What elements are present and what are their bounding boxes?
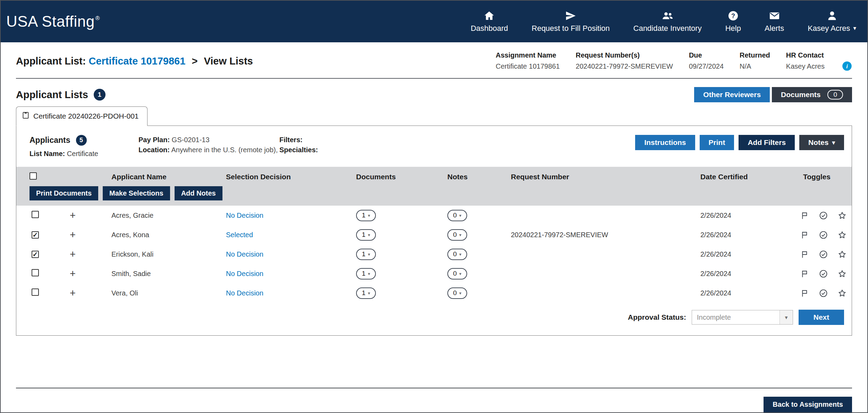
- documents-count: 1: [362, 270, 365, 277]
- star-toggle-icon[interactable]: [838, 231, 846, 239]
- check-circle-toggle-icon[interactable]: [819, 250, 828, 259]
- instructions-button[interactable]: Instructions: [635, 135, 695, 150]
- notes-dropdown[interactable]: 0 ▾: [447, 210, 467, 221]
- selection-decision-link[interactable]: No Decision: [226, 250, 263, 258]
- documents-count-badge: 0: [827, 90, 843, 100]
- meta-value: 09/27/2024: [689, 62, 724, 70]
- add-filters-button[interactable]: Add Filters: [739, 135, 795, 150]
- column-header-toggles: Toggles: [788, 173, 852, 181]
- documents-dropdown[interactable]: 1 ▾: [356, 229, 376, 241]
- home-icon: [484, 10, 495, 21]
- filters-summary: Filters: Specialties:: [279, 135, 635, 158]
- breadcrumb: Applicant List: Certificate 10179861 > V…: [16, 55, 253, 67]
- page-title-suffix: View Lists: [204, 55, 253, 67]
- nav-label: Dashboard: [471, 24, 508, 33]
- meta-label: Assignment Name: [496, 51, 560, 59]
- certificate-link[interactable]: Certificate 10179861: [89, 55, 185, 67]
- row-checkbox[interactable]: [32, 231, 39, 239]
- documents-dropdown[interactable]: 1 ▾: [356, 249, 376, 260]
- check-circle-toggle-icon[interactable]: [819, 231, 828, 239]
- column-header-applicant-name: Applicant Name: [96, 173, 211, 181]
- nav-request-to-fill-position[interactable]: Request to Fill Position: [532, 10, 610, 33]
- chevron-down-icon: ▾: [459, 271, 462, 276]
- table-row: + Acres, Gracie No Decision 1 ▾ 0 ▾ 2/2: [16, 206, 852, 225]
- selection-decision-link[interactable]: No Decision: [226, 212, 263, 219]
- documents-count: 1: [362, 289, 365, 297]
- info-icon[interactable]: i: [842, 61, 852, 71]
- print-button[interactable]: Print: [700, 135, 734, 150]
- top-navigation: USA Staffing® Dashboard Request to Fill …: [1, 1, 867, 42]
- lists-count-badge: 1: [94, 89, 106, 101]
- check-circle-toggle-icon[interactable]: [819, 211, 828, 220]
- expand-row-icon[interactable]: +: [70, 229, 76, 240]
- position-summary: Pay Plan: GS-0201-13 Location: Anywhere …: [138, 135, 279, 158]
- meta-assignment-name: Assignment Name Certificate 10179861: [496, 51, 560, 70]
- documents-button-label: Documents: [781, 91, 820, 99]
- expand-row-icon[interactable]: +: [70, 268, 76, 279]
- check-circle-toggle-icon[interactable]: [819, 269, 828, 278]
- column-header-notes: Notes: [432, 173, 496, 181]
- flag-toggle-icon[interactable]: [800, 211, 809, 220]
- documents-count: 1: [362, 231, 365, 239]
- notes-dropdown[interactable]: 0 ▾: [447, 287, 467, 299]
- add-notes-button[interactable]: Add Notes: [175, 186, 222, 200]
- notes-button-label: Notes: [808, 138, 828, 147]
- row-checkbox[interactable]: [32, 211, 39, 218]
- row-checkbox[interactable]: [32, 251, 39, 258]
- make-selections-button[interactable]: Make Selections: [103, 186, 170, 200]
- documents-button[interactable]: Documents 0: [772, 87, 852, 102]
- notes-dropdown[interactable]: 0 ▾: [447, 249, 467, 260]
- page-title-prefix: Applicant List:: [16, 55, 86, 67]
- chevron-down-icon: ▾: [459, 252, 462, 257]
- back-to-assignments-button[interactable]: Back to Assignments: [764, 397, 852, 412]
- expand-row-icon[interactable]: +: [70, 249, 76, 260]
- nav-items: Dashboard Request to Fill Position Candi…: [471, 10, 867, 33]
- next-button[interactable]: Next: [799, 310, 844, 325]
- flag-toggle-icon[interactable]: [800, 250, 809, 259]
- column-header-request-number: Request Number: [496, 173, 685, 181]
- location-label: Location:: [138, 146, 170, 154]
- nav-user-menu[interactable]: Kasey Acres▾: [808, 10, 856, 33]
- documents-dropdown[interactable]: 1 ▾: [356, 287, 376, 299]
- meta-returned: Returned N/A: [740, 51, 770, 70]
- nav-alerts[interactable]: Alerts: [765, 10, 784, 33]
- star-toggle-icon[interactable]: [838, 289, 846, 298]
- tab-certificate[interactable]: Certificate 20240226-PDOH-001: [16, 106, 148, 126]
- meta-value: 20240221-79972-SMEREVIEW: [576, 62, 673, 70]
- nav-candidate-inventory[interactable]: Candidate Inventory: [633, 10, 702, 33]
- approval-status-select[interactable]: Incomplete ▾: [692, 310, 793, 325]
- column-header-selection-decision: Selection Decision: [211, 173, 341, 181]
- row-checkbox[interactable]: [32, 269, 39, 276]
- app-logo[interactable]: USA Staffing®: [1, 13, 100, 30]
- star-toggle-icon[interactable]: [838, 269, 846, 278]
- date-certified: 2/26/2024: [685, 270, 788, 278]
- selection-decision-link[interactable]: No Decision: [226, 289, 263, 297]
- documents-dropdown[interactable]: 1 ▾: [356, 268, 376, 279]
- notes-count: 0: [453, 289, 457, 297]
- row-checkbox[interactable]: [32, 289, 39, 296]
- flag-toggle-icon[interactable]: [800, 231, 809, 239]
- check-circle-toggle-icon[interactable]: [819, 289, 828, 298]
- meta-label: HR Contact: [786, 51, 825, 59]
- notes-dropdown[interactable]: 0 ▾: [447, 229, 467, 241]
- notes-button[interactable]: Notes ▾: [799, 135, 844, 150]
- selection-decision-link[interactable]: No Decision: [226, 270, 263, 277]
- breadcrumb-separator: >: [192, 55, 197, 67]
- notes-dropdown[interactable]: 0 ▾: [447, 268, 467, 279]
- print-documents-button[interactable]: Print Documents: [30, 186, 98, 200]
- selection-decision-link[interactable]: Selected: [226, 231, 253, 239]
- documents-dropdown[interactable]: 1 ▾: [356, 210, 376, 221]
- expand-row-icon[interactable]: +: [70, 210, 76, 221]
- nav-dashboard[interactable]: Dashboard: [471, 10, 508, 33]
- expand-row-icon[interactable]: +: [70, 287, 76, 299]
- flag-toggle-icon[interactable]: [800, 269, 809, 278]
- select-all-checkbox[interactable]: [30, 172, 37, 180]
- section-title: Applicant Lists: [16, 89, 88, 101]
- star-toggle-icon[interactable]: [838, 211, 846, 220]
- other-reviewers-button[interactable]: Other Reviewers: [694, 87, 770, 102]
- nav-help[interactable]: ? Help: [725, 10, 741, 33]
- nav-label: Request to Fill Position: [532, 24, 610, 33]
- flag-toggle-icon[interactable]: [800, 289, 809, 298]
- panel-info: Applicants 5 List Name: Certificate Pay …: [16, 126, 852, 167]
- star-toggle-icon[interactable]: [838, 250, 846, 259]
